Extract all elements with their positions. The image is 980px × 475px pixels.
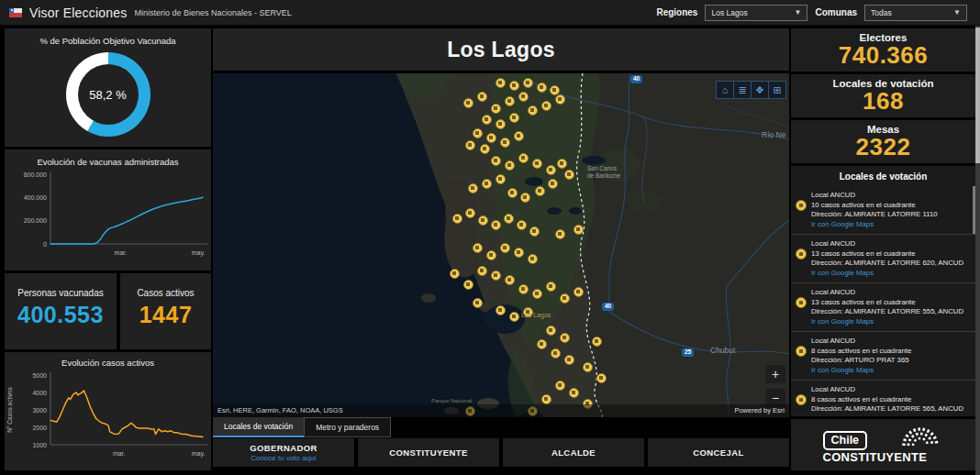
map-marker[interactable] xyxy=(509,81,519,91)
map-marker[interactable] xyxy=(592,337,602,347)
map-marker[interactable] xyxy=(555,381,565,391)
map-marker[interactable] xyxy=(473,298,483,308)
map-marker[interactable] xyxy=(486,250,496,260)
map-marker[interactable] xyxy=(477,266,487,276)
map-marker[interactable] xyxy=(537,83,547,93)
map-marker[interactable] xyxy=(480,144,490,154)
map-marker[interactable] xyxy=(505,275,515,285)
map-marker[interactable] xyxy=(529,226,540,237)
scrollbar-thumb[interactable] xyxy=(975,28,980,163)
map-marker[interactable] xyxy=(532,289,542,299)
map-marker[interactable] xyxy=(574,287,584,297)
map-marker[interactable] xyxy=(528,254,538,264)
list-item[interactable]: Local ANCUD13 casos activos en el cuadra… xyxy=(791,234,975,282)
map-marker[interactable] xyxy=(482,179,492,189)
map-marker[interactable] xyxy=(473,128,483,138)
map-marker[interactable] xyxy=(518,92,529,102)
map-marker[interactable] xyxy=(491,271,501,281)
list-item[interactable]: Local ANCUD13 casos activos en el cuadra… xyxy=(791,282,975,331)
google-maps-link[interactable]: Ir con Google Maps xyxy=(811,366,911,376)
map-marker[interactable] xyxy=(465,208,475,218)
tab-locales-de-votacion[interactable]: Locales de votación xyxy=(213,417,304,437)
map-marker[interactable] xyxy=(463,280,473,290)
concejal-button[interactable]: CONCEJAL xyxy=(648,438,789,467)
map-marker[interactable] xyxy=(478,215,488,226)
map-marker[interactable] xyxy=(546,165,556,175)
map-marker[interactable] xyxy=(574,225,584,235)
google-maps-link[interactable]: Ir con Google Maps xyxy=(811,317,963,327)
map-marker[interactable] xyxy=(465,140,475,150)
google-maps-link[interactable]: Ir con Google Maps xyxy=(811,220,938,230)
map-marker[interactable] xyxy=(496,78,506,88)
map-marker[interactable] xyxy=(550,85,560,95)
map-marker[interactable] xyxy=(541,394,551,404)
map-marker[interactable] xyxy=(514,248,524,258)
map-marker[interactable] xyxy=(477,92,487,102)
map-marker[interactable] xyxy=(596,373,607,383)
map-marker[interactable] xyxy=(535,186,545,196)
list-item[interactable]: Local ANCUD10 casos activos en el cuadra… xyxy=(791,186,975,234)
legend-icon[interactable]: ≣ xyxy=(733,82,751,98)
layers-icon[interactable]: ❖ xyxy=(751,82,768,98)
map-marker[interactable] xyxy=(509,113,519,123)
page-scrollbar[interactable] xyxy=(975,26,980,475)
map-marker[interactable] xyxy=(496,119,506,129)
map-marker[interactable] xyxy=(546,326,556,336)
map-marker[interactable] xyxy=(518,284,529,294)
conoce-tu-voto-link[interactable]: Conoce tu voto aquí xyxy=(251,454,317,462)
map-marker[interactable] xyxy=(564,355,574,365)
map-marker[interactable] xyxy=(520,193,530,203)
map-marker[interactable] xyxy=(496,305,506,315)
map-marker[interactable] xyxy=(551,348,561,359)
map-marker[interactable] xyxy=(491,104,501,114)
map-marker[interactable] xyxy=(500,243,510,253)
map-marker[interactable] xyxy=(482,115,492,125)
map-marker[interactable] xyxy=(452,214,462,224)
map-marker[interactable] xyxy=(473,243,483,253)
constituyente-button[interactable]: CONSTITUYENTE xyxy=(358,438,499,467)
map-marker[interactable] xyxy=(509,312,519,322)
map-marker[interactable] xyxy=(518,153,529,163)
google-maps-link[interactable]: Ir con Google Maps xyxy=(811,269,963,279)
map-marker[interactable] xyxy=(548,179,558,189)
map-canvas[interactable]: San Carlos de BarilocheRío NeChubutLos L… xyxy=(213,73,789,417)
tab-metro-y-paraderos[interactable]: Metro y paraderos xyxy=(304,417,391,437)
map-marker[interactable] xyxy=(560,293,570,304)
map-marker[interactable] xyxy=(491,220,501,230)
map-marker[interactable] xyxy=(583,362,593,372)
map-marker[interactable] xyxy=(546,282,556,292)
map-marker[interactable] xyxy=(523,307,533,317)
google-maps-link[interactable]: Ir con Google Maps xyxy=(811,414,963,417)
alcalde-button[interactable]: ALCALDE xyxy=(503,438,644,467)
map-marker[interactable] xyxy=(491,156,501,166)
gobernador-button[interactable]: GOBERNADORConoce tu voto aquí xyxy=(213,438,354,467)
map-marker[interactable] xyxy=(532,159,542,169)
map-marker[interactable] xyxy=(463,98,473,108)
map-marker[interactable] xyxy=(523,78,533,88)
list-item[interactable]: Local ANCUD8 casos activos en el cuadran… xyxy=(791,331,975,380)
map-marker[interactable] xyxy=(541,101,551,111)
map-marker[interactable] xyxy=(486,133,496,143)
regiones-select[interactable]: Los Lagos ▼ xyxy=(705,5,807,21)
map-marker[interactable] xyxy=(450,269,460,279)
map-marker[interactable] xyxy=(468,183,478,193)
map-marker[interactable] xyxy=(555,94,565,105)
map-marker[interactable] xyxy=(560,333,570,343)
zoom-in-button[interactable]: + xyxy=(765,365,785,383)
map-marker[interactable] xyxy=(504,214,514,224)
map-marker[interactable] xyxy=(557,159,567,169)
map-marker[interactable] xyxy=(564,170,574,180)
map-marker[interactable] xyxy=(569,388,579,398)
map-marker[interactable] xyxy=(537,339,547,349)
basemap-icon[interactable]: ⊞ xyxy=(768,82,785,98)
map-marker[interactable] xyxy=(496,174,506,184)
map-marker[interactable] xyxy=(507,188,518,198)
map-marker[interactable] xyxy=(505,160,515,171)
list-item[interactable]: Local ANCUD8 casos activos en el cuadran… xyxy=(791,380,975,416)
map-marker[interactable] xyxy=(517,220,527,230)
home-icon[interactable]: ⌂ xyxy=(717,82,733,98)
map-marker[interactable] xyxy=(528,105,538,116)
map-marker[interactable] xyxy=(500,138,510,148)
map-marker[interactable] xyxy=(505,96,515,106)
comunas-select[interactable]: Todas ▼ xyxy=(864,5,967,21)
